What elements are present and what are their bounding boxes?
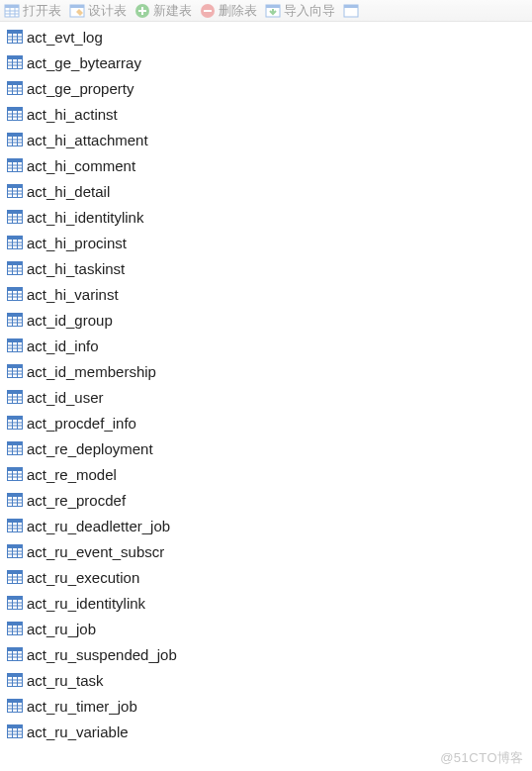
table-label: act_ru_variable xyxy=(27,723,129,740)
svg-rect-144 xyxy=(8,571,23,575)
table-icon xyxy=(6,259,24,277)
table-label: act_ru_event_subscr xyxy=(27,543,164,560)
svg-rect-162 xyxy=(8,648,23,652)
table-row[interactable]: act_hi_detail xyxy=(6,178,532,204)
table-row[interactable]: act_procdef_info xyxy=(6,410,532,435)
table-label: act_ru_suspended_job xyxy=(27,646,177,663)
table-row[interactable]: act_ru_timer_job xyxy=(6,693,532,719)
svg-rect-12 xyxy=(204,10,212,12)
svg-rect-84 xyxy=(8,314,23,318)
delete-table-button[interactable]: 删除表 xyxy=(200,2,257,20)
table-row[interactable]: act_ge_property xyxy=(6,75,532,101)
table-label: act_re_model xyxy=(27,466,117,483)
svg-rect-30 xyxy=(8,82,23,86)
table-row[interactable]: act_id_info xyxy=(6,333,532,358)
import-wizard-button[interactable]: 导入向导 xyxy=(265,2,335,20)
table-row[interactable]: act_re_model xyxy=(6,461,532,487)
table-row[interactable]: act_hi_taskinst xyxy=(6,255,532,281)
svg-rect-54 xyxy=(8,185,23,189)
table-row[interactable]: act_hi_procinst xyxy=(6,230,532,255)
table-label: act_hi_identitylink xyxy=(27,209,143,226)
delete-table-label: 删除表 xyxy=(219,2,257,20)
table-icon xyxy=(6,53,24,71)
table-label: act_id_membership xyxy=(27,363,156,380)
svg-rect-72 xyxy=(8,262,23,266)
table-row[interactable]: act_id_group xyxy=(6,307,532,333)
svg-rect-150 xyxy=(8,597,23,601)
table-row[interactable]: act_hi_actinst xyxy=(6,101,532,127)
table-icon xyxy=(6,285,24,303)
table-row[interactable]: act_ru_variable xyxy=(6,719,532,744)
svg-rect-60 xyxy=(8,211,23,215)
table-label: act_ru_identitylink xyxy=(27,595,145,612)
watermark: @51CTO博客 xyxy=(440,749,524,767)
table-label: act_hi_comment xyxy=(27,157,135,174)
svg-rect-114 xyxy=(8,442,23,446)
table-label: act_procdef_info xyxy=(27,415,136,432)
table-label: act_ru_task xyxy=(27,672,104,689)
table-row[interactable]: act_ru_identitylink xyxy=(6,590,532,616)
import-wizard-label: 导入向导 xyxy=(284,2,335,20)
table-row[interactable]: act_hi_identitylink xyxy=(6,204,532,230)
table-label: act_hi_taskinst xyxy=(27,260,125,277)
table-row[interactable]: act_re_procdef xyxy=(6,487,532,513)
table-row[interactable]: act_ru_deadletter_job xyxy=(6,513,532,538)
table-row[interactable]: act_re_deployment xyxy=(6,435,532,461)
more-button[interactable] xyxy=(343,3,359,19)
table-icon xyxy=(6,697,24,715)
table-row[interactable]: act_id_user xyxy=(6,384,532,410)
table-label: act_ru_deadletter_job xyxy=(27,518,170,534)
table-list: act_evt_log act_ge_bytearray act_ge_prop… xyxy=(0,22,532,744)
table-label: act_id_group xyxy=(27,312,113,329)
table-row[interactable]: act_ru_suspended_job xyxy=(6,641,532,667)
table-icon xyxy=(6,517,24,534)
new-table-label: 新建表 xyxy=(153,2,192,20)
table-icon xyxy=(6,542,24,560)
table-row[interactable]: act_hi_comment xyxy=(6,152,532,178)
svg-rect-24 xyxy=(8,56,23,60)
plus-icon xyxy=(134,3,150,19)
toolbar: 打开表 设计表 新建表 删除表 xyxy=(0,0,532,22)
svg-rect-1 xyxy=(5,5,19,8)
table-row[interactable]: act_ru_job xyxy=(6,616,532,641)
table-icon xyxy=(6,388,24,406)
table-icon xyxy=(6,568,24,586)
table-label: act_ru_execution xyxy=(27,569,139,586)
table-icon xyxy=(6,208,24,226)
table-row[interactable]: act_ge_bytearray xyxy=(6,49,532,75)
svg-rect-120 xyxy=(8,468,23,472)
design-table-label: 设计表 xyxy=(88,2,127,20)
svg-rect-36 xyxy=(8,108,23,112)
design-icon xyxy=(69,3,85,19)
table-label: act_ge_bytearray xyxy=(27,54,141,71)
table-icon xyxy=(6,337,24,354)
table-icon xyxy=(6,465,24,483)
table-row[interactable]: act_ru_task xyxy=(6,667,532,693)
design-table-button[interactable]: 设计表 xyxy=(69,2,127,20)
table-label: act_ge_property xyxy=(27,80,133,97)
svg-rect-174 xyxy=(8,700,23,704)
new-table-button[interactable]: 新建表 xyxy=(134,2,192,20)
table-row[interactable]: act_id_membership xyxy=(6,358,532,384)
table-icon xyxy=(6,311,24,329)
table-icon xyxy=(6,182,24,200)
svg-rect-126 xyxy=(8,494,23,498)
table-label: act_hi_actinst xyxy=(27,106,118,123)
svg-rect-16 xyxy=(344,5,358,8)
open-table-button[interactable]: 打开表 xyxy=(4,2,61,20)
table-icon xyxy=(6,671,24,689)
table-label: act_hi_detail xyxy=(27,183,110,200)
svg-rect-14 xyxy=(266,5,280,8)
table-row[interactable]: act_ru_execution xyxy=(6,564,532,590)
table-icon xyxy=(6,234,24,251)
svg-rect-102 xyxy=(8,391,23,395)
svg-rect-18 xyxy=(8,31,23,35)
svg-rect-48 xyxy=(8,159,23,163)
svg-rect-90 xyxy=(8,339,23,343)
table-row[interactable]: act_ru_event_subscr xyxy=(6,538,532,564)
table-icon xyxy=(6,362,24,380)
table-row[interactable]: act_hi_attachment xyxy=(6,127,532,152)
table-row[interactable]: act_evt_log xyxy=(6,24,532,49)
table-row[interactable]: act_hi_varinst xyxy=(6,281,532,307)
table-label: act_hi_procinst xyxy=(27,235,127,251)
